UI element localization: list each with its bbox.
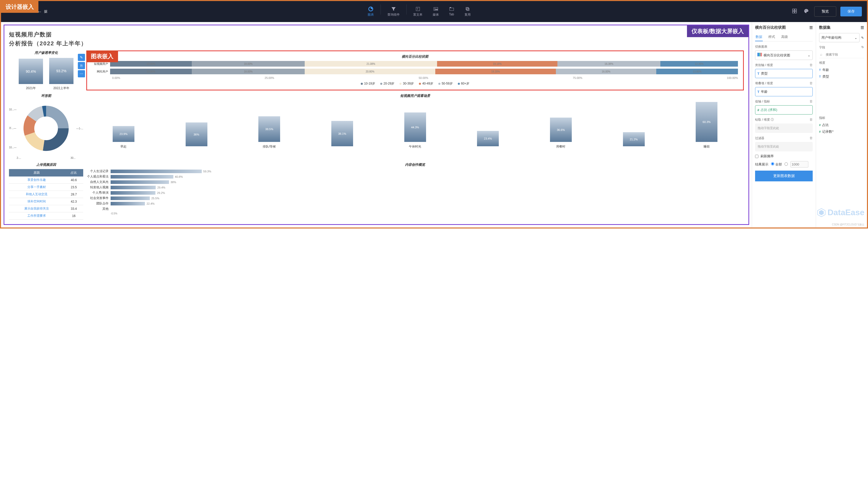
annotation-chart-embed: 图表嵌入 [86,51,118,62]
info-icon[interactable]: ⓘ [771,118,774,121]
table-row: 填补空闲时间42.3 [9,198,83,205]
scenes-chart-card[interactable]: 短视频用户观看场景 23.9%早起36%38.5%排队/等候38.1%44.3%… [86,93,744,159]
delete-icon[interactable]: 🗑 [809,136,813,140]
breadcrumb-fragment: 据 [44,9,48,14]
svg-point-14 [806,10,806,10]
donut-chart-card[interactable]: 环形图 10...—不...—10...— —1-.. [9,93,83,159]
content-row: 团队合作22.4% [86,201,744,206]
metric-field[interactable]: #记录数* [819,128,864,135]
scene-bar: 36.6%用餐时 [526,118,595,149]
layout-icon[interactable] [791,7,798,16]
scene-bar: 36% [162,122,231,149]
result-custom-radio[interactable] [784,162,788,167]
content-row: 社会突发事件25.5% [86,196,744,200]
table-row: 工作所需要求16 [9,212,83,219]
dashboard-canvas[interactable]: 仪表板/数据大屏嵌入 短视频用户数据 分析报告（2022 年上半年） 用户渗透率… [4,25,749,225]
footer-attribution: CSDN @FIT2CLOUD飞致云 [832,223,864,227]
chart-config-panel: 横向百分比柱状图 ☰ 数据 样式 高级 切换图表 横向百分比柱状图⌄ 类别轴 /… [752,22,816,228]
delete-icon[interactable]: 🗑 [809,99,813,104]
svg-point-13 [805,10,806,11]
penetration-bar: 90.4%2021年 [19,59,43,90]
menu-query[interactable]: 查询组件 [383,4,404,19]
dimension-field[interactable]: T年龄 [819,67,864,73]
svg-marker-22 [817,209,825,217]
tab-style[interactable]: 样式 [768,33,776,41]
chevron-down-icon: ⌄ [808,53,810,57]
result-all-radio[interactable]: 全部 [771,162,782,167]
tab-data[interactable]: 数据 [755,33,763,41]
content-row: 自然人文风光38% [86,180,744,184]
annotation-designer-embed: 设计器嵌入 [1,1,38,13]
chart-type-select[interactable]: 横向百分比柱状图⌄ [755,51,813,60]
penetration-chart-card[interactable]: 用户渗透率变化 90.4%2021年93.2%2022上半年 [9,51,83,90]
filter-icon [391,6,396,11]
category-field-pill[interactable]: T类型 [755,69,813,78]
stacked-percent-chart-card[interactable]: 图表嵌入 ✎ ⎘ ⋯ 横向百分比柱状图 短视频用户13.00%18.00%21.… [86,51,744,90]
stacked-bar-icon [757,53,762,56]
svg-rect-11 [793,11,794,13]
result-count-input[interactable] [790,161,808,168]
svg-rect-9 [793,9,794,11]
save-button[interactable]: 保存 [840,7,862,17]
menu-icon[interactable]: ☰ [809,25,813,30]
filter-drop-zone[interactable]: 拖动字段至此处 [755,142,813,151]
drill-drop-zone[interactable]: 拖动字段至此处 [755,123,813,133]
svg-rect-8 [467,8,469,10]
more-handle-icon[interactable]: ⋯ [78,70,85,77]
delete-icon[interactable]: 🗑 [809,63,813,67]
upload-reason-table: 原因占比 享受创作乐趣40.6分享一手素材23.5和他人互动交流28.7填补空闲… [9,169,83,219]
upload-reason-table-card[interactable]: 上传视频原因 原因占比 享受创作乐趣40.6分享一手素材23.5和他人互动交流2… [9,162,83,219]
menu-tab[interactable]: Tab [444,4,459,19]
dataset-panel: 数据集☰ 用户年龄结构⌄ ✎ 字段↻ 维度 T年龄T类型 指标 #占比#记录数*… [816,22,867,228]
field-search-input[interactable] [819,51,864,58]
watermark: DataEase [817,208,864,217]
content-row: 个人观点和看法40.8% [86,175,744,179]
scene-bar: 21.2% [599,132,669,149]
value-field-pill[interactable]: #占比 (求和) [755,105,813,115]
legend-item: 30-39岁 [399,82,414,86]
svg-point-15 [807,10,807,10]
menu-richtext[interactable]: T富文本 [409,4,427,19]
edit-handle-icon[interactable]: ✎ [78,54,85,61]
refresh-icon[interactable]: ↻ [861,46,864,50]
content-overview-chart-card[interactable]: 内容创作概览 个人生活记录59.3%个人观点和看法40.8%自然人文风光38%转… [86,162,744,219]
menu-icon[interactable]: ☰ [861,25,864,30]
legend-item: 60+岁 [458,82,469,86]
menu-chart[interactable]: 图表 [363,4,378,19]
scene-bar: 23.4% [453,131,523,149]
link-handle-icon[interactable]: ⎘ [78,62,85,69]
svg-rect-10 [795,9,797,11]
selection-handles: ✎ ⎘ ⋯ [78,54,85,77]
svg-rect-6 [450,7,451,8]
menu-reuse[interactable]: 复用 [460,4,475,19]
table-row: 分享一手素材23.5 [9,184,83,191]
penetration-bar: 93.2%2022上半年 [49,58,73,91]
menu-media[interactable]: 媒体 [428,4,443,19]
dashboard-title: 短视频用户数据 分析报告（2022 年上半年） [9,30,744,48]
delete-icon[interactable]: 🗑 [809,118,813,122]
legend-item: 10-19岁 [361,82,375,86]
dataset-select[interactable]: 用户年龄结构⌄ [819,33,860,42]
preview-button[interactable]: 预览 [814,6,836,17]
content-row: 其他 [86,207,744,211]
metric-field[interactable]: #占比 [819,122,864,128]
svg-marker-23 [819,210,824,215]
scene-bar: 38.5%排队/等候 [235,116,304,149]
chart-pie-icon [368,6,373,11]
svg-rect-7 [466,7,468,10]
legend-item: 50-59岁 [438,82,453,86]
stack-field-pill[interactable]: T年龄 [755,87,813,96]
update-chart-button[interactable]: 更新图表数据 [755,171,813,181]
refresh-checkbox[interactable] [755,155,758,158]
tab-icon [449,6,454,11]
text-icon: T [415,6,421,11]
legend-item: 20-29岁 [380,82,395,86]
delete-icon[interactable]: 🗑 [809,81,813,86]
legend-item: 40-49岁 [419,82,433,86]
tab-advanced[interactable]: 高级 [781,33,788,41]
config-tabs: 数据 样式 高级 [755,33,813,41]
palette-icon[interactable] [802,7,810,16]
text-type-icon: T [757,90,760,94]
dimension-field[interactable]: T类型 [819,73,864,80]
edit-icon[interactable]: ✎ [861,36,864,40]
